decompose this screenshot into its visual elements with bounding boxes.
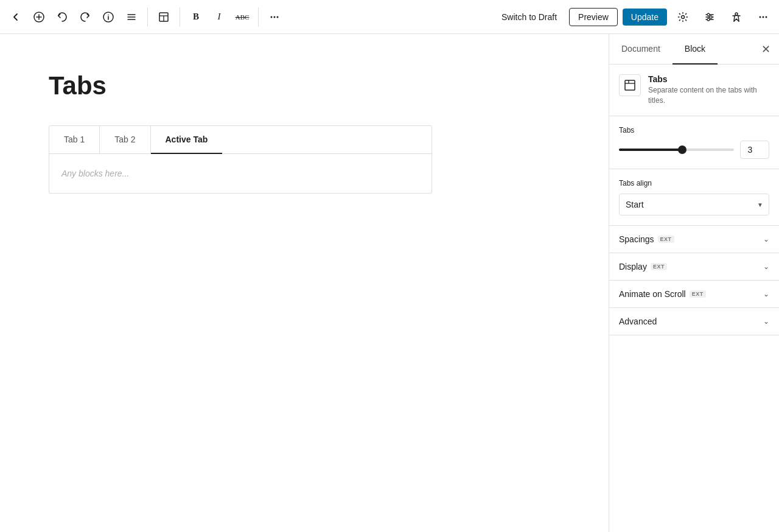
redo-button[interactable] xyxy=(74,6,96,28)
toolbar-more-button[interactable] xyxy=(752,6,774,28)
svg-point-5 xyxy=(108,14,109,15)
block-info-title: Tabs xyxy=(648,74,769,84)
svg-point-25 xyxy=(766,16,767,18)
strikethrough-button[interactable]: ABC xyxy=(231,6,253,28)
settings-button[interactable] xyxy=(672,6,694,28)
slider-thumb[interactable] xyxy=(678,145,686,154)
tabs-count-label: Tabs xyxy=(619,126,769,135)
info-button[interactable] xyxy=(97,6,119,28)
svg-point-12 xyxy=(271,16,273,18)
sidebar-header: Document Block ✕ xyxy=(609,34,779,65)
advanced-chevron-icon: ⌄ xyxy=(763,317,769,326)
display-ext-badge: EXT xyxy=(651,263,667,270)
spacings-title: Spacings xyxy=(619,234,654,244)
update-button[interactable]: Update xyxy=(623,9,667,26)
toolbar-divider-2 xyxy=(180,7,180,27)
tabs-count-section: Tabs xyxy=(609,116,779,169)
bold-button[interactable]: B xyxy=(185,6,207,28)
more-options-button[interactable] xyxy=(264,6,285,28)
svg-point-20 xyxy=(710,16,712,18)
italic-button[interactable]: I xyxy=(208,6,230,28)
toolbar-divider-3 xyxy=(258,7,259,27)
svg-point-21 xyxy=(707,18,710,21)
preview-button[interactable]: Preview xyxy=(569,8,618,26)
page-title: Tabs xyxy=(49,71,560,101)
svg-point-14 xyxy=(277,16,279,18)
tabs-align-select[interactable]: Start Center End xyxy=(619,194,769,215)
tabs-block: Tab 1 Tab 2 Active Tab Any blocks here..… xyxy=(49,125,432,194)
customize-button[interactable] xyxy=(699,6,721,28)
switch-to-draft-button[interactable]: Switch to Draft xyxy=(494,9,564,26)
tabs-navigation: Tab 1 Tab 2 Active Tab xyxy=(49,126,431,154)
tabs-slider-track[interactable] xyxy=(619,149,734,151)
accessibility-button[interactable] xyxy=(725,6,747,28)
sidebar-tab-document[interactable]: Document xyxy=(609,34,672,65)
display-header[interactable]: Display EXT ⌄ xyxy=(609,253,779,280)
spacings-header[interactable]: Spacings EXT ⌄ xyxy=(609,226,779,253)
spacings-chevron-icon: ⌄ xyxy=(763,235,769,243)
toolbar-left: B I ABC xyxy=(5,6,285,28)
toolbar-divider xyxy=(147,7,148,27)
template-button[interactable] xyxy=(153,6,175,28)
svg-point-19 xyxy=(707,13,710,16)
list-view-button[interactable] xyxy=(121,6,142,28)
display-section: Display EXT ⌄ xyxy=(609,253,779,281)
block-icon xyxy=(619,74,641,96)
animate-section: Animate on Scroll EXT ⌄ xyxy=(609,281,779,308)
animate-title: Animate on Scroll xyxy=(619,289,686,299)
animate-header[interactable]: Animate on Scroll EXT ⌄ xyxy=(609,281,779,307)
tabs-align-label: Tabs align xyxy=(619,179,769,187)
advanced-header[interactable]: Advanced ⌄ xyxy=(609,308,779,335)
spacings-section: Spacings EXT ⌄ xyxy=(609,226,779,253)
tab-1[interactable]: Tab 1 xyxy=(49,126,100,153)
advanced-section: Advanced ⌄ xyxy=(609,308,779,335)
svg-point-22 xyxy=(735,13,738,15)
tab-2[interactable]: Tab 2 xyxy=(100,126,150,153)
block-info-desc: Separate content on the tabs with titles… xyxy=(648,85,769,106)
tabs-slider-row xyxy=(619,141,769,159)
tabs-align-select-row: Start Center End ▼ xyxy=(619,194,769,215)
back-button[interactable] xyxy=(5,6,27,28)
tabs-count-input[interactable] xyxy=(740,141,769,159)
tab-active[interactable]: Active Tab xyxy=(151,126,223,154)
display-title-row: Display EXT xyxy=(619,262,667,271)
advanced-title-row: Advanced xyxy=(619,317,657,326)
block-info-text: Tabs Separate content on the tabs with t… xyxy=(648,74,769,106)
sidebar: Document Block ✕ Tabs Separate content o… xyxy=(609,34,779,532)
svg-point-15 xyxy=(682,15,685,18)
svg-point-24 xyxy=(763,16,764,18)
toolbar-right: Switch to Draft Preview Update xyxy=(494,6,774,28)
svg-point-23 xyxy=(760,16,761,18)
sidebar-close-button[interactable]: ✕ xyxy=(755,38,777,60)
tabs-align-section: Tabs align Start Center End ▼ xyxy=(609,169,779,226)
advanced-title: Advanced xyxy=(619,317,657,326)
sidebar-tab-block[interactable]: Block xyxy=(672,34,718,65)
slider-fill xyxy=(619,149,682,151)
block-info: Tabs Separate content on the tabs with t… xyxy=(609,65,779,116)
undo-button[interactable] xyxy=(51,6,73,28)
editor-area: Tabs Tab 1 Tab 2 Active Tab Any blocks h… xyxy=(0,34,609,532)
main-layout: Tabs Tab 1 Tab 2 Active Tab Any blocks h… xyxy=(0,34,779,532)
add-block-button[interactable] xyxy=(28,6,50,28)
tabs-content: Any blocks here... xyxy=(49,154,431,193)
spacings-title-row: Spacings EXT xyxy=(619,234,674,244)
toolbar: B I ABC Switch to Draft Preview Update xyxy=(0,0,779,34)
svg-point-13 xyxy=(274,16,276,18)
animate-title-row: Animate on Scroll EXT xyxy=(619,289,706,299)
animate-chevron-icon: ⌄ xyxy=(763,290,769,298)
spacings-ext-badge: EXT xyxy=(658,236,674,243)
svg-rect-26 xyxy=(625,80,635,90)
display-title: Display xyxy=(619,262,647,271)
display-chevron-icon: ⌄ xyxy=(763,262,769,271)
animate-ext-badge: EXT xyxy=(690,290,706,298)
